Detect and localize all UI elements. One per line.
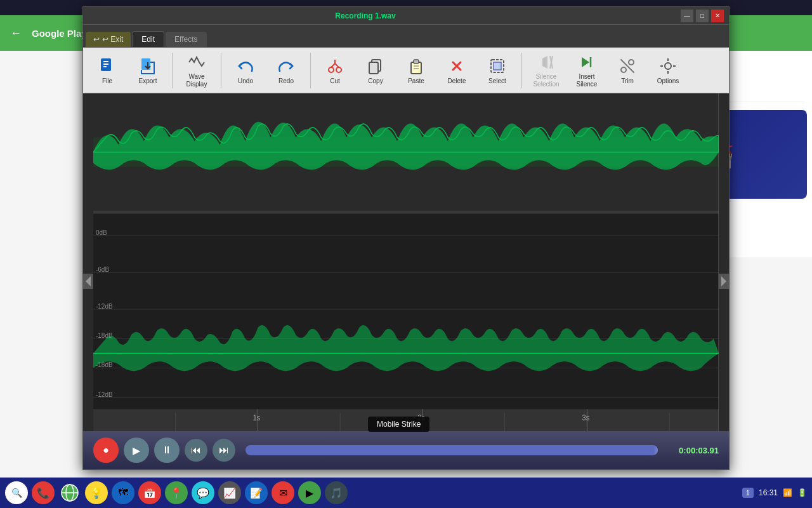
trim-icon	[617, 56, 638, 76]
exit-icon: ↩	[93, 35, 100, 44]
taskbar: 🔍 📞 💡 🗺 📅 📍 💬 📈 📝 ✉ ▶ 🎵 1 16:31 📶 🔋	[0, 478, 812, 508]
audio-editor-window: Recording 1.wav — □ ✕ ↩ ↩ Exit Edit Effe…	[82, 6, 730, 470]
wave-display-icon	[187, 53, 207, 72]
tab-effects[interactable]: Effects	[166, 32, 206, 47]
taskbar-phone-icon[interactable]: 📞	[32, 481, 55, 504]
file-button[interactable]: File	[88, 50, 126, 91]
close-button[interactable]: ✕	[711, 10, 724, 22]
toolbar-sep-2	[221, 53, 221, 88]
insert-silence-button[interactable]: Insert Silence	[568, 50, 606, 91]
next-button[interactable]: ⏭	[213, 439, 235, 462]
tooltip-popup: Mobile Strike	[368, 417, 429, 432]
scroll-handle-right[interactable]	[719, 274, 729, 289]
taskbar-maps-icon[interactable]: 🗺	[112, 481, 134, 504]
svg-line-26	[621, 60, 634, 72]
svg-point-28	[621, 67, 626, 72]
wave-display-label: Wave Display	[180, 73, 213, 88]
redo-icon	[276, 56, 296, 76]
waveform-svg: 0dB -6dB -12dB -18dB -18dB -12dB -6dB 0d…	[93, 93, 719, 431]
svg-marker-21	[542, 56, 547, 69]
taskbar-time: 16:31	[759, 488, 778, 497]
window-titlebar: Recording 1.wav — □ ✕	[83, 7, 729, 25]
svg-marker-35	[721, 276, 726, 286]
svg-rect-40	[93, 211, 719, 214]
options-button[interactable]: Options	[649, 50, 687, 91]
store-back-icon[interactable]: ←	[10, 27, 22, 40]
svg-rect-1	[103, 61, 108, 62]
svg-marker-34	[86, 276, 91, 286]
taskbar-right: 1 16:31 📶 🔋	[742, 488, 807, 498]
paste-icon	[406, 56, 426, 76]
minimize-button[interactable]: —	[681, 10, 693, 22]
window-controls: — □ ✕	[681, 10, 724, 22]
export-button[interactable]: Export	[129, 50, 167, 91]
taskbar-maps2-icon[interactable]: 📍	[165, 481, 188, 504]
tooltip-text: Mobile Strike	[377, 420, 421, 429]
file-label: File	[102, 77, 112, 85]
wifi-icon: 📶	[783, 488, 792, 497]
svg-line-9	[335, 64, 339, 67]
svg-rect-3	[103, 66, 107, 67]
transport-bar: ● ▶ ⏸ ⏮ ⏭ 0:00:03.91	[83, 431, 729, 469]
scroll-handle-left[interactable]	[83, 274, 93, 289]
transport-progress-bar[interactable]	[246, 445, 658, 455]
trim-label: Trim	[621, 77, 634, 85]
svg-rect-12	[369, 62, 378, 74]
silence-selection-icon	[536, 53, 556, 72]
cut-label: Cut	[330, 77, 340, 85]
prev-button[interactable]: ⏮	[185, 439, 207, 462]
file-icon	[97, 56, 117, 76]
svg-point-27	[629, 60, 634, 65]
tab-edit[interactable]: Edit	[132, 31, 164, 47]
select-button[interactable]: Select	[478, 50, 516, 91]
taskbar-gmail-icon[interactable]: ✉	[272, 481, 294, 504]
svg-point-7	[336, 67, 341, 72]
cut-button[interactable]: Cut	[316, 50, 354, 91]
tab-exit[interactable]: ↩ ↩ Exit	[86, 32, 131, 47]
silence-selection-button[interactable]: Silence Selection	[527, 50, 565, 91]
title-text: Recording 1.wav	[335, 11, 433, 20]
paste-button[interactable]: Paste	[397, 50, 435, 91]
svg-point-6	[329, 67, 334, 72]
undo-icon	[235, 56, 256, 76]
taskbar-audio-icon[interactable]: 🎵	[325, 481, 348, 504]
toolbar-sep-3	[310, 53, 311, 88]
svg-text:-12dB: -12dB	[96, 302, 113, 310]
taskbar-stocks-icon[interactable]: 📈	[218, 481, 241, 504]
svg-point-29	[665, 63, 671, 69]
toolbar-sep-1	[172, 53, 173, 88]
copy-button[interactable]: Copy	[357, 50, 395, 91]
cut-icon	[325, 56, 345, 76]
svg-rect-41	[93, 214, 719, 431]
undo-button[interactable]: Undo	[226, 50, 265, 91]
taskbar-play-icon[interactable]: ▶	[298, 481, 321, 504]
redo-button[interactable]: Redo	[267, 50, 305, 91]
maximize-button[interactable]: □	[696, 10, 709, 22]
copy-label: Copy	[368, 77, 383, 85]
toolbar: File Export Wave Display Undo	[83, 48, 729, 93]
tab-bar: ↩ ↩ Exit Edit Effects	[83, 25, 729, 48]
taskbar-docs-icon[interactable]: 📝	[245, 481, 268, 504]
svg-rect-14	[414, 60, 419, 64]
play-button[interactable]: ▶	[124, 438, 149, 463]
svg-line-8	[331, 64, 335, 67]
taskbar-light-icon[interactable]: 💡	[85, 481, 108, 504]
effects-label: Effects	[174, 35, 197, 44]
svg-rect-2	[103, 64, 108, 65]
paste-label: Paste	[408, 77, 424, 85]
edit-label: Edit	[141, 35, 155, 44]
taskbar-browser-icon[interactable]	[58, 481, 81, 504]
copy-icon	[365, 56, 386, 76]
trim-button[interactable]: Trim	[608, 50, 646, 91]
pause-button[interactable]: ⏸	[154, 438, 180, 463]
toolbar-sep-4	[521, 53, 522, 88]
taskbar-calendar-icon[interactable]: 📅	[138, 481, 161, 504]
page-indicator: 1	[742, 488, 754, 498]
taskbar-hangouts-icon[interactable]: 💬	[192, 481, 214, 504]
record-button[interactable]: ●	[93, 438, 119, 463]
wave-display-button[interactable]: Wave Display	[178, 50, 216, 91]
taskbar-search-icon[interactable]: 🔍	[5, 481, 28, 504]
waveform-container[interactable]: 0dB -6dB -12dB -18dB -18dB -12dB -6dB 0d…	[83, 93, 729, 469]
svg-text:1s: 1s	[253, 413, 261, 422]
delete-button[interactable]: Delete	[438, 50, 476, 91]
